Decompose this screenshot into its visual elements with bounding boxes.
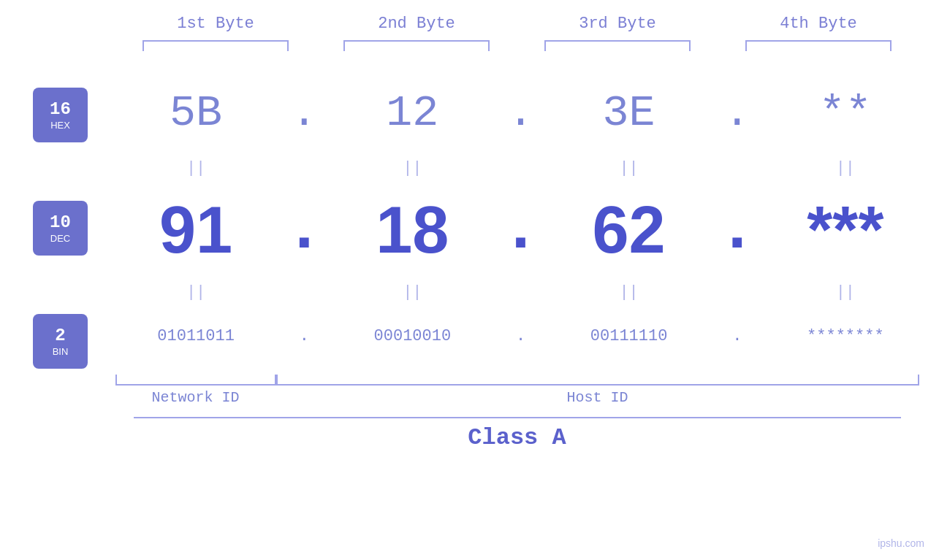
bracket-byte4 xyxy=(745,40,892,51)
watermark: ipshu.com xyxy=(878,537,924,549)
class-label-row: Class A xyxy=(115,424,919,451)
hex-dot1: . xyxy=(289,88,319,138)
eq-row-2: || || || || xyxy=(102,277,939,307)
hex-dot3: . xyxy=(723,88,752,138)
bin-dot1: . xyxy=(289,327,319,345)
hex-b1-value: 5B xyxy=(170,88,222,138)
dec-row: 91 . 18 . 62 . *** xyxy=(102,183,939,277)
bracket-byte2 xyxy=(343,40,490,51)
eq1-b2: || xyxy=(319,159,506,177)
eq1-b3: || xyxy=(536,159,723,177)
hex-badge-name: HEX xyxy=(50,120,70,131)
base-badges: 16 HEX 10 DEC 2 BIN xyxy=(0,73,102,369)
byte2-header: 2nd Byte xyxy=(336,15,497,33)
byte1-header: 1st Byte xyxy=(135,15,296,33)
hex-row: 5B . 12 . 3E . ** xyxy=(102,73,939,153)
bracket-byte1 xyxy=(142,40,289,51)
bin-b4-value: ******** xyxy=(807,327,884,345)
bin-b2-value: 00010010 xyxy=(374,327,452,345)
bracket-network xyxy=(115,375,276,386)
dec-badge-name: DEC xyxy=(50,233,70,244)
bin-badge: 2 BIN xyxy=(33,314,88,369)
bin-dot3: . xyxy=(723,327,752,345)
bin-b3-cell: 00111110 xyxy=(536,327,723,345)
bin-dot2: . xyxy=(506,327,536,345)
hex-badge-num: 16 xyxy=(50,99,71,120)
dec-b3-cell: 62 xyxy=(536,193,723,268)
eq2-b2: || xyxy=(319,283,506,302)
class-bar xyxy=(134,417,901,418)
rows-container: 16 HEX 10 DEC 2 BIN 5B xyxy=(0,73,939,369)
class-label: Class A xyxy=(468,424,566,451)
hex-b4-value: ** xyxy=(819,88,872,138)
eq2-b4: || xyxy=(752,283,939,302)
bracket-byte3 xyxy=(544,40,691,51)
dec-dot1: . xyxy=(289,193,319,267)
hex-b3-cell: 3E xyxy=(536,88,723,138)
eq2-b3: || xyxy=(536,283,723,302)
bin-b1-value: 01011011 xyxy=(157,327,235,345)
bin-badge-name: BIN xyxy=(53,346,69,357)
eq1-b4: || xyxy=(752,159,939,177)
dec-badge-num: 10 xyxy=(50,212,71,234)
bracket-host xyxy=(276,375,919,386)
network-id-label: Network ID xyxy=(115,389,276,406)
eq1-b1: || xyxy=(102,159,289,177)
dec-b2-value: 18 xyxy=(376,193,449,268)
top-brackets xyxy=(115,40,919,51)
bin-b1-cell: 01011011 xyxy=(102,327,289,345)
bin-badge-num: 2 xyxy=(55,326,65,347)
dec-b1-cell: 91 xyxy=(102,193,289,268)
hex-badge: 16 HEX xyxy=(33,88,88,142)
hex-b2-cell: 12 xyxy=(319,88,506,138)
eq2-b1: || xyxy=(102,283,289,302)
right-data: 5B . 12 . 3E . ** xyxy=(102,73,939,369)
bin-row: 01011011 . 00010010 . 00111110 . xyxy=(102,307,939,365)
host-id-label: Host ID xyxy=(276,389,919,406)
byte-headers: 1st Byte 2nd Byte 3rd Byte 4th Byte xyxy=(115,15,919,33)
eq-row-1: || || || || xyxy=(102,153,939,183)
main-container: 1st Byte 2nd Byte 3rd Byte 4th Byte 16 H… xyxy=(0,0,939,560)
dec-badge: 10 DEC xyxy=(33,201,88,256)
byte4-header: 4th Byte xyxy=(738,15,899,33)
hex-dot2: . xyxy=(506,88,536,138)
dec-dot2: . xyxy=(506,193,536,267)
bin-b2-cell: 00010010 xyxy=(319,327,506,345)
hex-b2-value: 12 xyxy=(386,88,438,138)
hex-b3-value: 3E xyxy=(603,88,655,138)
dec-b1-value: 91 xyxy=(159,193,232,268)
hex-b4-cell: ** xyxy=(752,88,939,138)
dec-b3-value: 62 xyxy=(593,193,666,268)
dec-b4-cell: *** xyxy=(752,193,939,268)
byte3-header: 3rd Byte xyxy=(537,15,698,33)
dec-b4-value: *** xyxy=(807,193,883,268)
id-labels-row: Network ID Host ID xyxy=(115,389,919,406)
dec-b2-cell: 18 xyxy=(319,193,506,268)
bin-b3-value: 00111110 xyxy=(590,327,668,345)
dec-dot3: . xyxy=(723,193,752,267)
bottom-brackets xyxy=(115,375,919,386)
hex-b1-cell: 5B xyxy=(102,88,289,138)
bin-b4-cell: ******** xyxy=(752,327,939,345)
